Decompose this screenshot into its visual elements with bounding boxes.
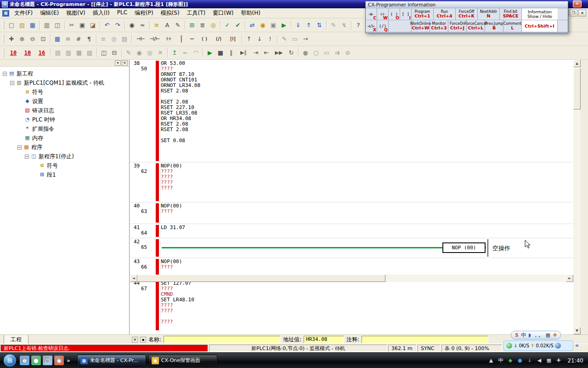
task-cx-one-alarm[interactable]: ▣CX-One报警画面	[148, 355, 217, 367]
goto-rung-icon[interactable]: →	[300, 34, 311, 44]
address-field[interactable]: HR34.08	[304, 336, 344, 343]
tree-item-project-root[interactable]: −▤新工程	[0, 69, 129, 78]
network-tray-icon[interactable]: ▦	[545, 357, 552, 364]
scan-run-icon[interactable]: ↻	[286, 48, 296, 58]
clear-breakpoints-icon[interactable]: ○	[311, 48, 321, 58]
display-signed-icon[interactable]: 10	[21, 48, 34, 58]
ladder-row[interactable]: NOP (00)空操作	[161, 239, 573, 257]
compile-all-icon[interactable]: ✔	[233, 20, 243, 30]
toolbar-grip[interactable]	[3, 34, 4, 44]
quick-launch-overflow[interactable]: »	[66, 357, 71, 364]
media-player-icon[interactable]: ◉	[54, 356, 64, 365]
program-mode-tool-icon[interactable]: ▣	[268, 20, 278, 30]
panel-pin-button[interactable]: ▾	[115, 60, 121, 66]
continuous-step-icon[interactable]: ▶▶	[272, 48, 286, 58]
tray-expand-icon[interactable]: ▲	[487, 357, 494, 364]
vertical-scroll-thumb[interactable]	[573, 68, 581, 109]
forceoff-shortcut-button[interactable]: ForceOffCtrl+K	[456, 8, 478, 20]
output-pane-icon[interactable]: ▤	[119, 34, 130, 44]
paste-icon[interactable]: ◪	[88, 20, 98, 30]
tree-expander[interactable]: −	[3, 72, 7, 76]
usb-tray-icon[interactable]: ✚	[555, 357, 562, 364]
nextaddr-shortcut-button[interactable]: NextAddrN	[478, 8, 500, 20]
wrap-toggle-icon[interactable]: ≋	[63, 34, 73, 44]
volume-tray-icon[interactable]: ◀	[536, 357, 543, 364]
scroll-down-button[interactable]: ▼	[573, 327, 581, 334]
undo-icon[interactable]: ↶	[102, 20, 112, 30]
rung-content[interactable]: NOP (00)空操作	[159, 238, 573, 258]
punctuation-toggle-icon[interactable]: ，。	[533, 331, 543, 339]
block-program-icon[interactable]: ▭	[290, 34, 300, 44]
step-out-icon[interactable]: ⇤	[261, 48, 271, 58]
address-display-icon[interactable]: #	[74, 34, 84, 44]
sogou-logo-icon[interactable]: S	[515, 331, 519, 339]
horizontal-scrollbar[interactable]: ◄ ►	[130, 275, 573, 282]
transfer-to-plc-icon[interactable]: ⇓	[293, 20, 303, 30]
download-tray-icon[interactable]: ↓	[526, 357, 533, 364]
differential-up-icon[interactable]: ↑	[244, 34, 254, 44]
or-contact-icon[interactable]: ⊦⊦W	[377, 8, 389, 20]
open-project-icon[interactable]: ▧	[17, 20, 27, 30]
tree-item-expansion-instructions[interactable]: *扩展指令	[0, 124, 129, 133]
tree-item-symbols[interactable]: ≡符号	[0, 87, 129, 97]
tree-item-program1[interactable]: −◫新程序1(停止)	[0, 152, 129, 161]
io-comment-icon[interactable]: A	[162, 20, 172, 30]
ladder-editor[interactable]: 3850OR 53.00????ORNOT 87.10ORNOT CNT101O…	[130, 60, 573, 334]
input-mode-chinese-icon[interactable]: 中	[521, 331, 526, 339]
copy-icon[interactable]: ▣	[77, 20, 87, 30]
comment-field[interactable]	[362, 336, 488, 343]
scroll-up-button[interactable]: ▲	[573, 60, 581, 67]
monitor-mode-tool-icon[interactable]: ◉	[258, 20, 268, 30]
comment-shortcut-button[interactable]: CommentL	[503, 20, 522, 32]
display-hex-icon[interactable]: 16	[35, 48, 49, 58]
new-project-icon[interactable]: ▢	[6, 20, 17, 30]
findbit-shortcut-button[interactable]: Find bitSPACE	[500, 8, 522, 20]
transfer-from-plc-icon[interactable]: ⇑	[304, 20, 314, 30]
online-edit-begin-icon[interactable]: ▭	[322, 48, 332, 58]
rung-content[interactable]: NOP(00)????	[159, 202, 573, 224]
tree-item-program1-symbols[interactable]: ≡符号	[0, 161, 129, 170]
differential-down-icon[interactable]: ↓	[254, 34, 265, 44]
workonline-shortcut-button[interactable]: WorkOnlineCtrl+W	[412, 20, 430, 32]
address-reference-icon[interactable]: ▦	[74, 48, 84, 58]
data-trace-icon[interactable]: ~	[180, 48, 190, 58]
scroll-left-button[interactable]: ◄	[130, 275, 137, 282]
print-preview-icon[interactable]: ◫	[52, 20, 62, 30]
replace-icon[interactable]: ≈	[137, 20, 147, 30]
redo-icon[interactable]: ↷	[113, 20, 123, 30]
tree-item-settings[interactable]: ◆设置	[0, 97, 129, 106]
differential-monitor-icon[interactable]: ↥	[170, 48, 180, 58]
closed-contact-icon[interactable]: ⊣/⊢X	[366, 20, 377, 32]
tree-item-section1[interactable]: ⊞段1	[0, 170, 129, 179]
rung-content[interactable]: LD 31.07	[159, 224, 573, 238]
force-cancel-tool-icon[interactable]: ✕	[155, 48, 165, 58]
forcecancel-shortcut-button[interactable]: ForceCancelCtrl+L	[467, 20, 485, 32]
nop-instruction-box[interactable]: NOP (00)	[442, 242, 486, 253]
show-desktop-icon[interactable]: ▢	[43, 356, 52, 365]
rung-content[interactable]: OR 53.00????ORNOT 87.10ORNOT CNT101ORNOT…	[159, 60, 573, 162]
menu-item-8[interactable]: 窗口(W)	[209, 8, 237, 18]
force-on-tool-icon[interactable]: ◉	[134, 48, 144, 58]
rung-comment-icon[interactable]: ✎	[173, 20, 183, 30]
information-toggle-button[interactable]: InformationShow / Hide	[522, 8, 558, 20]
online-edit-icon[interactable]: ✎	[328, 20, 339, 30]
force-off-tool-icon[interactable]: ◎	[145, 48, 155, 58]
menu-item-4[interactable]: PLC	[113, 8, 131, 18]
cut-icon[interactable]: ✂	[67, 20, 77, 30]
tree-item-programs[interactable]: −▩程序	[0, 143, 129, 152]
new-coil-icon[interactable]: ( )	[198, 34, 211, 44]
antivirus-tray-icon[interactable]: ◆	[507, 357, 514, 364]
monitor-shortcut-button[interactable]: MonitorCtrl+3	[430, 20, 448, 32]
browser-360-icon[interactable]: ●	[31, 356, 41, 365]
mdi-close-button[interactable]: ✕	[578, 10, 586, 17]
or-contact-icon[interactable]: ⊦⊦	[162, 34, 176, 44]
cascade-windows-icon[interactable]: ◫	[99, 48, 109, 58]
set-breakpoint-icon[interactable]: ●	[300, 48, 311, 58]
run-shortcut-button[interactable]: RunCtrl+4	[434, 8, 456, 20]
symbols-pane-icon[interactable]: ≡	[98, 34, 108, 44]
cx-information-palette[interactable]: CX-Programmer Information ⊣⊢C⊦⊦W( )O[ ]I…	[365, 1, 568, 33]
menu-item-5[interactable]: 编程(P)	[131, 8, 157, 18]
rung-content[interactable]: SET 127.07????CMNDSET LR48.10???????? ??…	[159, 280, 573, 331]
step-into-icon[interactable]: ⇥	[251, 48, 261, 58]
new-closed-contact-icon[interactable]: ⊣/⊢	[148, 34, 162, 44]
